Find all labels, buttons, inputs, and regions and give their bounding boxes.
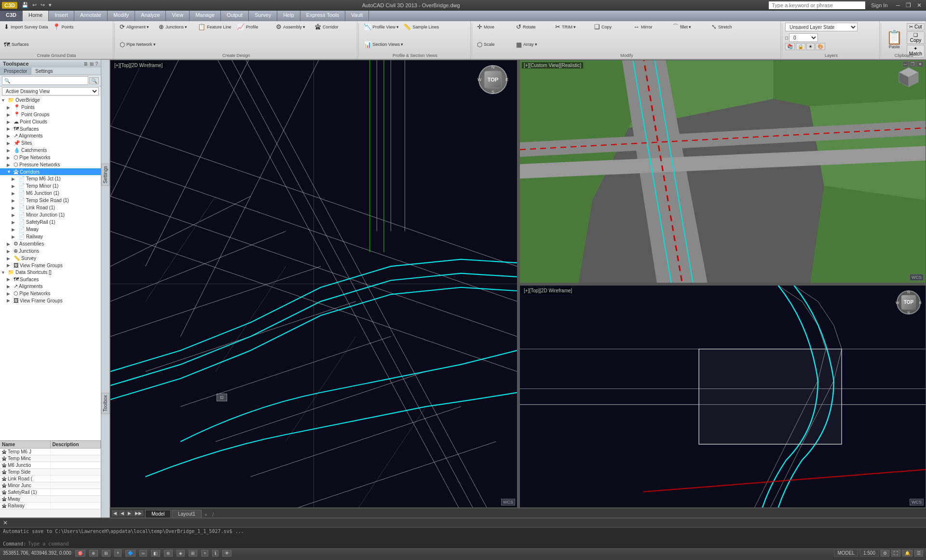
tree-item-mway[interactable]: ▶ 📄 Mway (0, 226, 101, 233)
settings-tab-btn[interactable]: Settings (31, 68, 56, 75)
points-button[interactable]: 📍 Points (51, 23, 89, 31)
ribbon-tab-view[interactable]: View (166, 11, 190, 21)
app-menu-button[interactable]: C3D (2, 2, 17, 9)
tree-item-alignments[interactable]: ▶ ↗ Alignments (0, 132, 101, 139)
alignment-button[interactable]: ⟳ Alignment ▾ (118, 23, 156, 31)
tree-item-view-frame-groups[interactable]: ▶ 🖼 View Frame Groups (0, 262, 101, 269)
tree-item-railway[interactable]: ▶ 📄 Railway (0, 233, 101, 240)
prop-row-7[interactable]: 🛣Mway (0, 496, 101, 503)
prev-tab-btn[interactable]: ◀ (112, 510, 118, 516)
mirror-button[interactable]: ↔ Mirror (631, 23, 670, 31)
workspace-btn[interactable]: ⚙ (881, 550, 889, 557)
profile-button[interactable]: 📈 Profile (235, 23, 273, 31)
toolbox-tab-vertical[interactable]: Toolbox (101, 393, 109, 414)
fillet-button[interactable]: ⌒ fillet ▾ (670, 23, 709, 31)
undo-quick-btn[interactable]: ↩ (31, 1, 38, 9)
tree-item-junctions[interactable]: ▶ ⊕ Junctions (0, 247, 101, 255)
toolspace-search-btn[interactable]: 🔍 (89, 77, 99, 84)
tree-item-temp-side-road[interactable]: ▶ 📄 Temp Side Road (1) (0, 197, 101, 204)
copy-button[interactable]: ❑ Copy (592, 23, 631, 31)
move-button[interactable]: ✛ Move (475, 23, 514, 31)
tree-item-corridors[interactable]: ▼ 🛣 Corridors (0, 168, 101, 175)
end-tab-btn[interactable]: ▶▶ (134, 510, 143, 516)
save-quick-btn[interactable]: 💾 (20, 1, 30, 9)
customize-btn[interactable]: ☰ (914, 550, 923, 557)
lineweight-btn[interactable]: ═ (139, 550, 147, 557)
array-button[interactable]: ▦ Array ▾ (514, 41, 553, 49)
qp-btn[interactable]: ℹ (212, 550, 218, 557)
profile-view-button[interactable]: 📉 Profile View ▾ (362, 23, 401, 31)
layer-number-dropdown[interactable]: 0 (789, 33, 818, 42)
layer-tool-1[interactable]: 📚 (785, 43, 795, 50)
paste-button[interactable]: 📋 Paste (884, 30, 905, 50)
tree-item-data-shortcuts[interactable]: ▼ 📁 Data Shortcuts [] (0, 269, 101, 276)
ribbon-tab-home[interactable]: Home (23, 11, 49, 21)
ribbon-tab-vault[interactable]: Vault (345, 11, 369, 21)
transparency-btn[interactable]: ◧ (151, 550, 160, 557)
tree-item-pressure-networks[interactable]: ▶ ⬡ Pressure Networks (0, 161, 101, 168)
ribbon-tab-analyze[interactable]: Analyze (135, 11, 166, 21)
prop-row-0[interactable]: 🛣Temp M6 J (0, 449, 101, 455)
tree-item-overbridge[interactable]: ▼ 📁 OverBridge (0, 96, 101, 104)
model-tab[interactable]: Model (145, 510, 171, 518)
ribbon-tab-express[interactable]: Express Tools (300, 11, 345, 21)
ribbon-tab-modify[interactable]: Modify (108, 11, 135, 21)
dyn-input-btn[interactable]: + (201, 550, 208, 557)
polar-btn[interactable]: ⌖ (114, 549, 122, 557)
tree-item-temp-m6-jct[interactable]: ▶ 📄 Temp M6 Jct (1) (0, 175, 101, 182)
vp2-min-btn[interactable]: ─ (902, 61, 908, 67)
assembly-button[interactable]: ⚙ Assembly ▾ (274, 23, 313, 31)
prop-row-6[interactable]: 🛣SafetyRail (1) (0, 489, 101, 496)
toolspace-search[interactable] (2, 76, 88, 85)
layer-tool-3[interactable]: ☀ (806, 43, 815, 50)
tree-item-catchments[interactable]: ▶ 💧 Catchments (0, 147, 101, 154)
tree-item-survey[interactable]: ▶ 📏 Survey (0, 255, 101, 262)
tree-item-point-groups[interactable]: ▶ 📍 Point Groups (0, 111, 101, 118)
dyn-ucs-btn[interactable]: ⊞ (189, 550, 197, 557)
prop-row-1[interactable]: 🛣Temp Minc (0, 455, 101, 462)
import-survey-data-button[interactable]: ⬇ Import Survey Data (2, 23, 50, 31)
cut-button[interactable]: ✂ Cut (907, 23, 925, 30)
ribbon-tab-help[interactable]: Help (277, 11, 300, 21)
prop-row-3[interactable]: 🛣Temp Side (0, 469, 101, 476)
ribbon-tab-c3d[interactable]: C3D (0, 11, 23, 21)
fullscreen-btn[interactable]: ⛶ (891, 550, 900, 557)
junctions-button[interactable]: ⊕ Junctions ▾ (157, 23, 195, 31)
tree-item-link-road[interactable]: ▶ 📄 Link Road (1) (0, 204, 101, 211)
restore-button[interactable]: ❐ (903, 1, 913, 9)
ribbon-tab-survey[interactable]: Survey (249, 11, 277, 21)
toolspace-btn-2[interactable]: ⊞ (90, 61, 94, 67)
tree-item-ds-vfg[interactable]: ▶ 🖼 View Frame Groups (0, 297, 101, 304)
ribbon-tab-manage[interactable]: Manage (190, 11, 221, 21)
isolate-btn[interactable]: 👁 (222, 550, 232, 557)
tree-item-point-clouds[interactable]: ▶ ☁ Point Clouds (0, 118, 101, 125)
toolspace-btn-1[interactable]: 🗎 (83, 61, 88, 67)
tree-item-temp-minor[interactable]: ▶ 📄 Temp Minor (1) (0, 182, 101, 190)
redo-quick-btn[interactable]: ↪ (39, 1, 46, 9)
corridor-button[interactable]: 🛣 Corridor (313, 23, 352, 31)
pipe-network-button[interactable]: ⬡ Pipe Network ▾ (118, 41, 158, 49)
tree-item-safetyrail[interactable]: ▶ 📄 SafetyRail (1) (0, 219, 101, 226)
layer-tool-2[interactable]: 🔒 (796, 43, 805, 50)
prospector-tab[interactable]: Prospector (0, 68, 31, 75)
tree-item-ds-pipe-networks[interactable]: ▶ ⬡ Pipe Networks (0, 290, 101, 297)
tree-item-sites[interactable]: ▶ 📌 Sites (0, 139, 101, 147)
search-input[interactable] (769, 1, 865, 9)
ribbon-tab-insert[interactable]: Insert (49, 11, 74, 21)
qa-dropdown[interactable]: ▾ (47, 1, 53, 9)
layer-state-dropdown[interactable]: Unsaved Layer State (785, 23, 858, 31)
surfaces-button[interactable]: 🗺 Surfaces (2, 41, 41, 49)
scale-button[interactable]: ⬡ Scale (475, 41, 514, 49)
tree-item-assemblies[interactable]: ▶ ⚙ Assemblies (0, 240, 101, 247)
ortho-btn[interactable]: ⊞ (102, 550, 110, 557)
add-layout-btn[interactable]: + (203, 512, 209, 518)
osnap-btn[interactable]: 🔷 (125, 550, 136, 557)
ribbon-tab-output[interactable]: Output (221, 11, 249, 21)
copy-clip-button[interactable]: ❑ Copy (907, 31, 925, 44)
prop-row-8[interactable]: 🛣Railway (0, 503, 101, 509)
viewport-2[interactable]: [+][Custom View][Realistic] (519, 60, 926, 283)
3d-osnap-btn[interactable]: ◈ (177, 550, 185, 557)
coord-btn[interactable]: 🎯 (75, 550, 85, 557)
viewport-1[interactable]: [+][Top][2D Wireframe] (110, 60, 517, 508)
snap-btn[interactable]: ⊕ (89, 550, 98, 557)
